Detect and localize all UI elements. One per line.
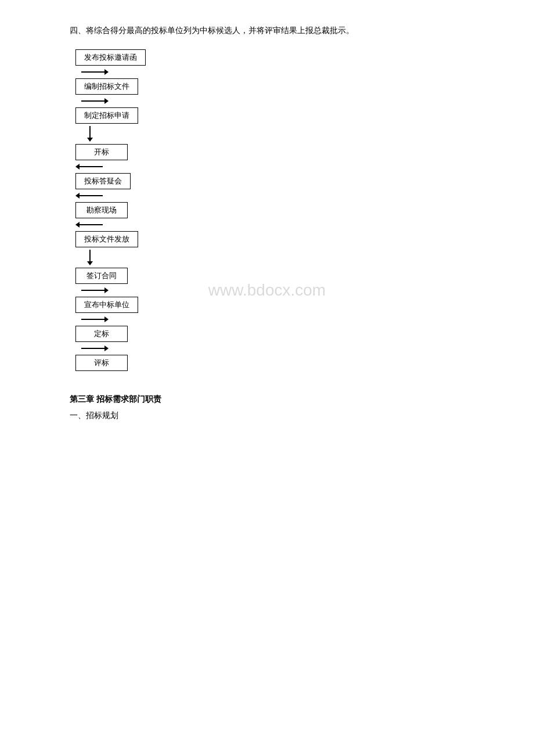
flow-step-4: 开标 — [75, 144, 128, 160]
flow-step-9: 宣布中标单位 — [75, 297, 138, 313]
arrow-right-5 — [81, 345, 109, 351]
flow-step-10: 定标 — [75, 326, 128, 342]
arrow-left-1 — [75, 164, 103, 170]
arrow-right-1 — [81, 69, 109, 75]
flow-diagram: 发布投标邀请函 编制招标文件 制定招标申请 开标 投标答疑会 勘察现场 投标文件… — [75, 49, 476, 371]
flow-step-6: 勘察现场 — [75, 202, 128, 218]
arrow-down-1 — [87, 126, 93, 142]
chapter-title: 第三章 招标需求部门职责 — [70, 394, 476, 405]
flow-step-8: 签订合同 — [75, 268, 128, 284]
arrow-right-4 — [81, 316, 109, 322]
arrow-down-2 — [87, 250, 93, 265]
arrow-right-2 — [81, 98, 109, 104]
section-1-title: 一、招标规划 — [70, 411, 476, 421]
flow-step-1: 发布投标邀请函 — [75, 49, 146, 66]
flow-step-5: 投标答疑会 — [75, 173, 131, 189]
arrow-left-2 — [75, 193, 103, 199]
arrow-left-3 — [75, 222, 103, 228]
intro-text: 四、将综合得分最高的投标单位列为中标候选人，并将评审结果上报总裁批示。 — [70, 23, 476, 38]
flow-step-11: 评标 — [75, 355, 128, 371]
flow-step-7: 投标文件发放 — [75, 231, 138, 247]
chapter-section: 第三章 招标需求部门职责 一、招标规划 — [70, 394, 476, 421]
flow-step-2: 编制招标文件 — [75, 78, 138, 95]
arrow-right-3 — [81, 287, 109, 293]
flow-step-3: 制定招标申请 — [75, 107, 138, 124]
